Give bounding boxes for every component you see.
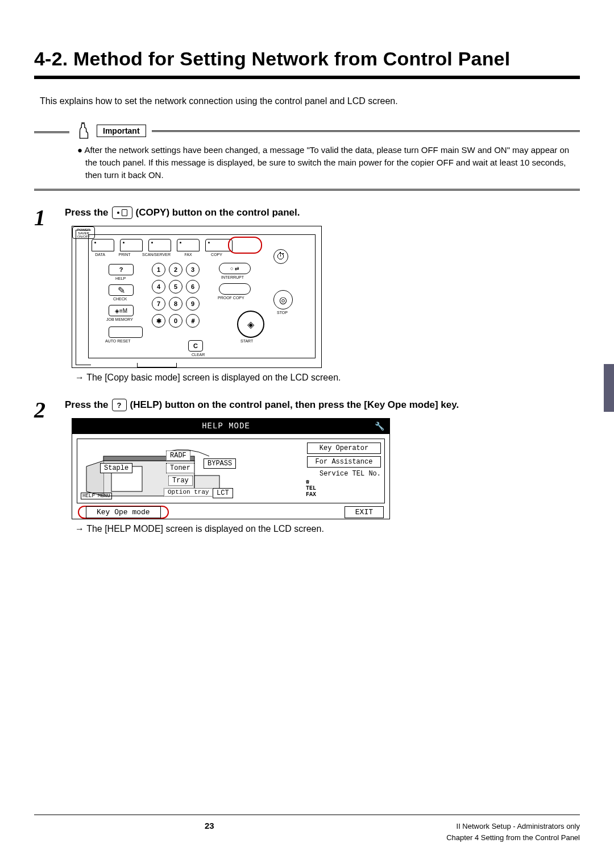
document-icon (122, 209, 127, 216)
key-1: 1 (152, 263, 165, 276)
tab-fax (177, 239, 200, 251)
start-key: ◈ (237, 311, 264, 338)
lcd-help-menu: HELP MENU (81, 493, 112, 499)
key-5: 5 (169, 280, 182, 294)
step2-tail: (HELP) button on the control panel, then… (130, 399, 459, 411)
lcd-key-ope-mode: Key Ope mode (78, 506, 169, 519)
lcd-toner: Toner (166, 463, 194, 473)
lcd-tray: Tray (168, 476, 193, 486)
proof-label: PROOF COPY (218, 296, 244, 300)
help-button-inline: ? (112, 399, 127, 411)
wrench-icon: 🔧 (375, 421, 384, 431)
interrupt-key: ○ ⇄ (219, 263, 251, 274)
key-8: 8 (169, 297, 182, 311)
lcd-lct: LCT (213, 488, 233, 498)
key-3: 3 (186, 263, 200, 276)
lcd-help-figure: HELP MODE 🔧 (72, 418, 390, 519)
lcd-exit: EXIT (345, 506, 384, 518)
footer-section: II Network Setup - Administrators only (446, 821, 580, 832)
jobmem-key: ◈≡M (109, 305, 134, 316)
clear-label: CLEAR (192, 353, 205, 357)
hand-icon (74, 121, 93, 140)
important-label: Important (97, 125, 146, 137)
check-key: ✎ (109, 284, 134, 296)
page-footer: 23 II Network Setup - Administrators onl… (34, 815, 580, 843)
copy-button-inline (112, 206, 132, 219)
key-star: ✱ (152, 314, 165, 328)
check-label: CHECK (113, 297, 127, 301)
lcd-service-tel: Service TEL No. (307, 470, 381, 478)
stop-key: ◎ (273, 290, 293, 309)
autoreset-label: AUTO RESET (105, 339, 131, 343)
step-2: 2 Press the ? (HELP) button on the contr… (34, 399, 580, 534)
step-number-2: 2 (34, 399, 65, 534)
important-block: Important After the network settings hav… (74, 121, 580, 191)
step1-result: → The [Copy basic mode] screen is displa… (75, 373, 580, 383)
tel-fax-icon: ☎ TEL FAX (306, 479, 316, 498)
step1-tail: (COPY) button on the control panel. (136, 207, 300, 218)
page-title: 4-2. Method for Setting Network from Con… (34, 48, 580, 70)
tab-print (120, 239, 143, 251)
jobmem-label: JOB MEMORY (106, 317, 133, 321)
lcd-for-assistance: For Assistance (307, 456, 381, 468)
help-label: HELP (115, 276, 126, 280)
lcd-radf: RADF (166, 450, 190, 461)
title-underline (34, 76, 580, 79)
tab-data (92, 239, 114, 251)
tab-scan (148, 239, 171, 251)
step1-lead: Press the (65, 207, 109, 218)
proof-key (219, 283, 251, 295)
step2-title: Press the ? (HELP) button on the control… (65, 399, 580, 411)
step1-title: Press the (COPY) button on the control p… (65, 206, 580, 219)
lcd-option: Option tray (164, 488, 213, 497)
side-tab (604, 364, 614, 412)
help-key: ? (109, 264, 134, 275)
control-panel-figure: DATA PRINT SCAN/SERVER FAX COPY ? HELP ✎… (72, 226, 322, 368)
step2-lead: Press the (65, 399, 109, 411)
page-number: 23 (205, 821, 214, 830)
interrupt-label: INTERRUPT (221, 275, 244, 279)
step-number-1: 1 (34, 206, 65, 383)
lcd-key-operator: Key Operator (307, 443, 381, 454)
key-c: C (188, 340, 203, 352)
lcd-title: HELP MODE (77, 421, 375, 431)
copy-highlight (228, 237, 262, 254)
key-9: 9 (186, 297, 200, 311)
autoreset-key (109, 326, 143, 338)
key-7: 7 (152, 297, 165, 311)
footer-chapter: Chapter 4 Setting from the Control Panel (446, 832, 580, 844)
key-4: 4 (152, 280, 165, 294)
lcd-bypass: BYPASS (204, 458, 236, 469)
start-label: START (240, 339, 253, 343)
keypad: 1 2 3 4 5 6 7 8 9 ✱ 0 ＃ (152, 263, 200, 328)
key-0: 0 (169, 314, 182, 328)
intro-text: This explains how to set the network con… (34, 96, 580, 106)
step-1: 1 Press the (COPY) button on the control… (34, 206, 580, 383)
step2-result: → The [HELP MODE] screen is displayed on… (75, 524, 580, 534)
key-6: 6 (186, 280, 200, 294)
tab-labels: DATA PRINT SCAN/SERVER FAX COPY (92, 253, 229, 257)
key-hash: ＃ (186, 314, 200, 328)
lcd-staple: Staple (100, 463, 132, 473)
important-text: After the network settings have been cha… (74, 144, 580, 181)
stop-label: STOP (277, 311, 288, 315)
key-2: 2 (169, 263, 182, 276)
